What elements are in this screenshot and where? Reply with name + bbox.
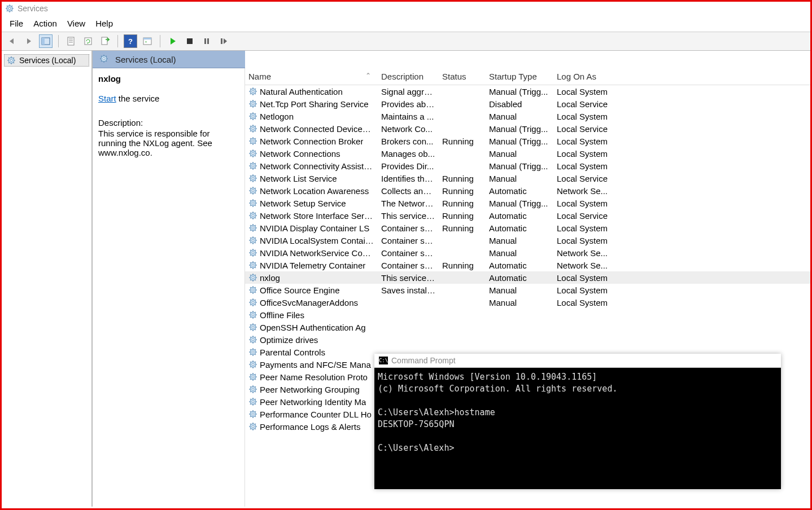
service-startup: Manual xyxy=(486,284,553,296)
service-logon xyxy=(553,314,621,316)
service-name: NVIDIA NetworkService Cont... xyxy=(260,248,374,258)
service-name: Peer Name Resolution Proto xyxy=(260,372,368,382)
service-status: Running xyxy=(439,210,486,221)
service-name: Optimize drives xyxy=(260,335,318,345)
service-row[interactable]: NetlogonMaintains a ...ManualLocal Syste… xyxy=(245,110,810,122)
forward-button[interactable] xyxy=(22,34,36,48)
col-startup[interactable]: Startup Type xyxy=(486,71,553,82)
stop-service-button[interactable] xyxy=(183,34,197,48)
gear-icon xyxy=(248,211,257,220)
start-service-button[interactable] xyxy=(166,34,180,48)
toolbar-divider xyxy=(117,35,118,47)
service-name: Natural Authentication xyxy=(260,87,343,96)
service-startup: Manual (Trigg... xyxy=(486,197,553,209)
window-title: Services xyxy=(18,4,48,13)
console-button[interactable] xyxy=(141,34,154,48)
menu-action[interactable]: Action xyxy=(33,19,57,28)
service-logon: Network Se... xyxy=(553,260,621,271)
service-status: Running xyxy=(439,260,486,271)
service-startup: Automatic xyxy=(486,210,553,221)
tree-item-services-local[interactable]: Services (Local) xyxy=(4,54,89,67)
service-row[interactable]: Network ConnectionsManages ob...ManualLo… xyxy=(245,147,810,160)
main-header: Services (Local) xyxy=(93,51,245,68)
svg-rect-16 xyxy=(85,38,91,45)
cmd-title-text: Command Prompt xyxy=(391,356,456,365)
gear-icon xyxy=(248,87,257,96)
service-logon xyxy=(553,339,621,341)
svg-rect-19 xyxy=(143,38,151,39)
service-row[interactable]: nxlogThis service i...AutomaticLocal Sys… xyxy=(245,271,810,284)
service-name: Network Setup Service xyxy=(260,199,346,208)
col-status[interactable]: Status xyxy=(439,71,486,82)
col-name[interactable]: Name xyxy=(245,71,378,82)
gear-icon xyxy=(248,124,257,133)
menu-view[interactable]: View xyxy=(67,19,85,28)
toolbar: ? xyxy=(2,32,810,51)
service-row[interactable]: OpenSSH Authentication Ag xyxy=(245,321,810,333)
service-row[interactable]: NVIDIA LocalSystem ContainerContainer se… xyxy=(245,234,810,247)
start-service-line: Start the service xyxy=(98,94,239,103)
service-row[interactable]: Network List ServiceIdentifies the...Run… xyxy=(245,172,810,184)
service-row[interactable]: Network Setup ServiceThe Network...Runni… xyxy=(245,197,810,209)
service-row[interactable]: Natural AuthenticationSignal aggre...Man… xyxy=(245,85,810,98)
gear-icon xyxy=(248,149,257,158)
col-logon[interactable]: Log On As xyxy=(553,71,621,82)
toolbar-divider xyxy=(58,35,59,47)
service-row[interactable]: OfficeSvcManagerAddonsManualLocal System xyxy=(245,296,810,309)
menu-help[interactable]: Help xyxy=(95,19,113,28)
service-row[interactable]: NVIDIA Display Container LSContainer se.… xyxy=(245,222,810,234)
service-name: Peer Networking Grouping xyxy=(260,385,360,394)
gear-icon xyxy=(248,298,257,307)
menu-file[interactable]: File xyxy=(10,19,23,28)
service-name: Parental Controls xyxy=(260,348,325,357)
description-label: Description: xyxy=(98,118,239,128)
service-name: NVIDIA Telemetry Container xyxy=(260,261,365,270)
service-status xyxy=(439,314,486,316)
service-row[interactable]: Network Connectivity AssistantProvides D… xyxy=(245,160,810,172)
show-hide-tree-button[interactable] xyxy=(39,34,53,48)
gear-icon xyxy=(248,335,257,344)
service-desc: Manages ob... xyxy=(378,148,439,159)
cmd-titlebar[interactable]: C:\ Command Prompt xyxy=(374,354,781,368)
selected-service-name: nxlog xyxy=(98,74,239,83)
service-logon: Local System xyxy=(553,297,621,308)
service-status xyxy=(439,339,486,341)
service-name: Offline Files xyxy=(260,310,304,320)
svg-rect-20 xyxy=(187,38,193,44)
service-row[interactable]: Network Store Interface Servi...This ser… xyxy=(245,209,810,222)
toolbar-divider xyxy=(160,35,160,47)
service-desc: Container se... xyxy=(378,260,439,271)
service-status: Running xyxy=(439,173,486,184)
command-prompt-window[interactable]: C:\ Command Prompt Microsoft Windows [Ve… xyxy=(374,354,781,489)
properties-button[interactable] xyxy=(64,34,78,48)
service-startup: Manual xyxy=(486,173,553,184)
service-row[interactable]: Offline Files xyxy=(245,309,810,321)
service-row[interactable]: Network Connected Devices ...Network Co.… xyxy=(245,122,810,135)
service-status xyxy=(439,302,486,304)
service-row[interactable]: Optimize drives xyxy=(245,333,810,346)
service-row[interactable]: Network Location AwarenessCollects and .… xyxy=(245,184,810,197)
col-description[interactable]: Description xyxy=(378,71,439,82)
service-name: NVIDIA Display Container LS xyxy=(260,223,369,233)
svg-rect-21 xyxy=(204,38,206,44)
gear-icon xyxy=(248,372,257,381)
help-button[interactable]: ? xyxy=(124,34,137,48)
service-row[interactable]: Net.Tcp Port Sharing ServiceProvides abi… xyxy=(245,98,810,110)
pause-service-button[interactable] xyxy=(200,34,213,48)
service-desc: Container se... xyxy=(378,222,439,234)
service-row[interactable]: Network Connection BrokerBrokers con...R… xyxy=(245,135,810,147)
service-status xyxy=(439,252,486,254)
restart-service-button[interactable] xyxy=(217,34,230,48)
service-status xyxy=(439,91,486,93)
start-service-link[interactable]: Start xyxy=(98,94,116,103)
back-button[interactable] xyxy=(5,34,19,48)
service-logon: Local System xyxy=(553,111,621,122)
service-row[interactable]: NVIDIA NetworkService Cont...Container s… xyxy=(245,247,810,259)
export-button[interactable] xyxy=(98,34,112,48)
svg-rect-12 xyxy=(68,37,74,45)
refresh-button[interactable] xyxy=(81,34,95,48)
service-row[interactable]: Office Source EngineSaves install...Manu… xyxy=(245,284,810,296)
service-row[interactable]: NVIDIA Telemetry ContainerContainer se..… xyxy=(245,259,810,271)
service-startup: Manual (Trigg... xyxy=(486,160,553,172)
svg-rect-23 xyxy=(221,38,222,44)
